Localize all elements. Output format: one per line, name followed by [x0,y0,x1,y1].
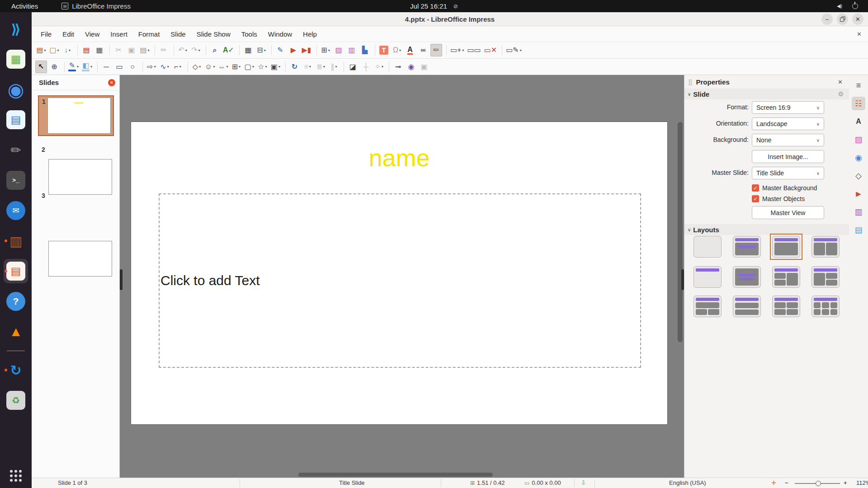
background-dropdown[interactable]: None ∨ [752,134,824,146]
open-file-dropdown-arrow[interactable]: ▾ [57,48,59,52]
vlc-icon[interactable]: ▲ [4,319,28,344]
menu-item-help[interactable]: Help [297,28,322,40]
slide-page[interactable]: name Click to add Text [131,122,668,425]
curves-and-polygons-button[interactable]: ∿▾ [159,61,170,73]
menu-item-edit[interactable]: Edit [57,28,80,40]
open-file-button[interactable]: ▢▾ [48,44,60,56]
slides-panel-close-icon[interactable]: ✕ [108,79,115,86]
layout-centered-text[interactable] [733,266,761,288]
stars-and-banners-button[interactable]: ☆▾ [256,61,268,73]
print-button[interactable]: ▦ [94,44,105,56]
new-presentation-button[interactable]: ▤▾ [35,44,47,56]
libreoffice-writer-icon[interactable]: ▤ [4,108,28,132]
display-views-dropdown-arrow[interactable]: ▾ [264,48,266,52]
basic-shapes-dropdown-arrow[interactable]: ▾ [199,65,201,69]
restore-button[interactable] [837,14,848,25]
focused-app-indicator[interactable]: ▤ LibreOffice Impress [61,2,131,10]
zoom-slider-thumb[interactable] [816,481,821,486]
insert-line-button[interactable]: ─ [100,61,112,73]
duplicate-slide-button[interactable]: ▭▭ [466,44,481,56]
3d-objects-dropdown-arrow[interactable]: ▾ [278,65,280,69]
clock[interactable]: Jul 25 16:21 [410,2,447,10]
insert-hyperlink-button[interactable]: ∞ [417,44,429,56]
minimize-button[interactable]: – [821,14,833,25]
slide-title-text[interactable]: name [131,144,667,172]
new-slide-button[interactable]: ▭+▾ [449,44,465,56]
insert-image-button[interactable]: Insert Image... [752,150,824,163]
animation-tab-icon[interactable]: ▥ [852,205,865,219]
chromium-icon[interactable]: ◉ [4,77,28,102]
start-from-current-slide-button[interactable]: ▶▮ [301,44,312,56]
lines-and-arrows-dropdown-arrow[interactable]: ▾ [154,65,156,69]
libreoffice-calc-icon[interactable]: ▦ [4,47,28,71]
power-icon[interactable] [852,3,858,9]
paste-button[interactable]: ▤▾ [139,44,151,56]
slide-properties-dropdown-arrow[interactable]: ▾ [520,48,522,52]
flowchart-button[interactable]: ⊞▾ [230,61,242,73]
slide-thumbnail-2[interactable] [48,159,112,195]
glue-points-button[interactable]: ◉ [405,61,417,73]
language-status[interactable]: English (USA) [669,479,706,486]
content-placeholder[interactable]: Click to add Text [159,193,641,368]
master-objects-checkbox[interactable]: ✓ [752,195,759,202]
files-icon[interactable]: ▥ [4,229,28,253]
layout-title-content-over-content[interactable] [733,296,761,317]
unsaved-changes-icon[interactable]: ⇩ [581,479,586,486]
layout-blank-slide[interactable] [693,236,722,258]
layout-title-6-content[interactable] [811,296,840,317]
layout-title-and-2-content[interactable] [811,236,840,258]
paste-dropdown-arrow[interactable]: ▾ [148,48,150,52]
close-document-icon[interactable]: ✕ [857,31,862,38]
insert-special-character-button[interactable]: Ω▾ [391,44,403,56]
menu-item-slide[interactable]: Slide [165,28,191,40]
ellipse-button[interactable]: ○ [127,61,138,73]
menu-item-tools[interactable]: Tools [236,28,263,40]
zoom-slider[interactable] [795,483,840,484]
select-button[interactable]: ↖ [35,61,47,73]
master-slide-dropdown[interactable]: Title Slide ∨ [752,167,824,179]
edit-canvas[interactable]: name Click to add Text [120,75,684,478]
panel-splitter-left[interactable] [120,269,123,290]
stars-and-banners-dropdown-arrow[interactable]: ▾ [265,65,267,69]
layout-title-only[interactable] [693,266,722,288]
insert-chart-button[interactable]: ▙ [359,44,371,56]
show-applications-icon[interactable] [10,470,22,482]
insert-table-dropdown-arrow[interactable]: ▾ [328,48,330,52]
title-bar[interactable]: 4.pptx - LibreOffice Impress – ✕ [32,12,868,26]
find-and-replace-button[interactable]: ⌕ [209,44,221,56]
zoom-percentage[interactable]: 112% [856,479,868,486]
spelling-button[interactable]: A✓ [222,44,235,56]
slide-thumbnail-preview[interactable]: name [47,98,111,134]
rectangle-button[interactable]: ▭ [113,61,125,73]
volume-icon[interactable]: ◀) [837,3,842,9]
fill-color-button[interactable]: ◧▾ [81,61,93,73]
line-color-dropdown-arrow[interactable]: ▾ [77,65,79,69]
display-grid-button[interactable]: ▦ [242,44,254,56]
menu-item-view[interactable]: View [80,28,105,40]
export-pdf-button[interactable]: ▤ [80,44,92,56]
terminal-icon[interactable]: >_ [4,168,28,192]
shapes-tab-icon[interactable]: ◇ [852,169,865,183]
master-background-checkbox[interactable]: ✓ [752,184,759,192]
slide-properties-button[interactable]: ▭✎▾ [505,44,523,56]
show-draw-functions-button[interactable]: ✏ [430,44,442,56]
vscode-icon[interactable]: ⟫ [4,17,28,41]
insert-text-box-button[interactable]: T [378,44,390,56]
zoom-out-button[interactable]: − [785,479,788,486]
connectors-button[interactable]: ⌐▾ [172,61,184,73]
edit-mode-button[interactable]: ✎ [274,44,286,56]
insert-audio-video-button[interactable]: ▥ [346,44,358,56]
horizontal-scrollbar[interactable] [298,473,493,477]
basic-shapes-button[interactable]: ◇▾ [191,61,203,73]
properties-close-icon[interactable]: ✕ [838,79,843,85]
layout-title-4-content[interactable] [772,296,800,317]
fill-color-dropdown-arrow[interactable]: ▾ [90,65,92,69]
symbol-shapes-dropdown-arrow[interactable]: ▾ [213,65,215,69]
layouts-section-header[interactable]: ∨ Layouts [684,224,849,235]
start-from-first-slide-button[interactable]: ▶ [288,44,299,56]
orientation-dropdown[interactable]: Landscape ∨ [752,117,824,130]
vertical-scrollbar[interactable] [678,122,683,342]
zoom-in-button[interactable]: + [844,479,847,486]
callout-shapes-dropdown-arrow[interactable]: ▾ [252,65,254,69]
lines-and-arrows-button[interactable]: ⇨▾ [146,61,157,73]
